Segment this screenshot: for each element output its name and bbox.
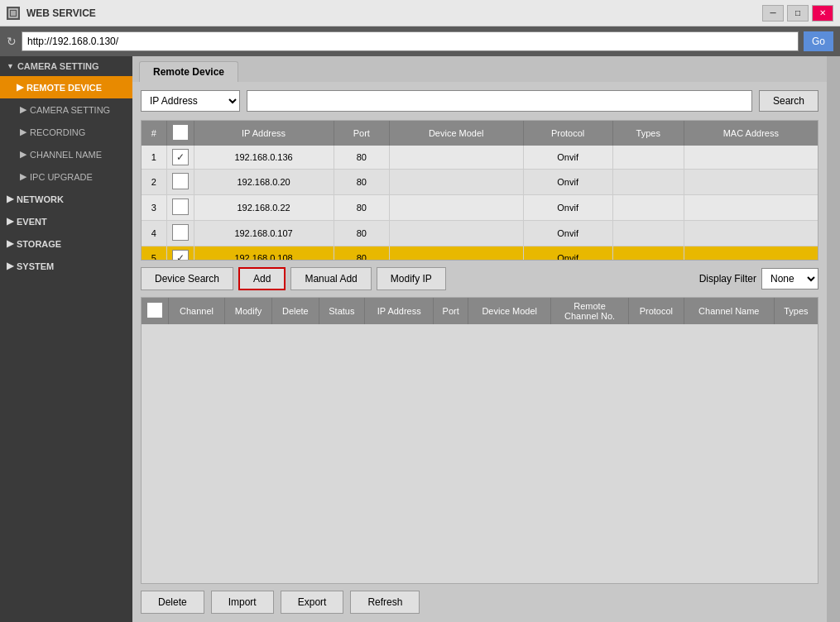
- cell-types: [612, 170, 684, 195]
- bottom-bar: Delete Import Export Refresh: [141, 591, 818, 614]
- cell-port: 80: [334, 246, 389, 261]
- address-input[interactable]: [22, 31, 799, 51]
- minimize-button[interactable]: ─: [762, 5, 784, 22]
- cell-mac: [684, 146, 818, 170]
- app-icon: [7, 7, 20, 20]
- cell-ip: 192.168.0.108: [194, 246, 334, 261]
- cell-mac: [684, 170, 818, 195]
- sidebar-group-storage[interactable]: ▶ STORAGE: [0, 232, 132, 255]
- device-table-body: 1 192.168.0.136 80 Onvif 2 192.168.0.20 …: [142, 146, 818, 261]
- cell-check[interactable]: [166, 195, 194, 221]
- col-port: Port: [334, 121, 389, 146]
- table-row[interactable]: 2 192.168.0.20 80 Onvif: [142, 170, 818, 195]
- channel-table-wrap: Channel Modify Delete Status IP Address …: [141, 297, 818, 584]
- cell-check[interactable]: [166, 221, 194, 246]
- refresh-icon[interactable]: ↻: [7, 35, 17, 48]
- sidebar-arrow-channel: ▶: [20, 149, 26, 160]
- sidebar-group-network[interactable]: ▶ NETWORK: [0, 188, 132, 210]
- cell-check[interactable]: [166, 246, 194, 261]
- sidebar-arrow-camera: ▶: [20, 104, 26, 115]
- sidebar-arrow-network: ▶: [7, 194, 13, 204]
- sidebar-section-header: ▼ CAMERA SETTING: [0, 56, 132, 76]
- cell-types: [612, 146, 684, 170]
- ch-col-protocol: Protocol: [628, 298, 684, 324]
- ch-col-types: Types: [774, 298, 818, 324]
- export-button[interactable]: Export: [281, 591, 344, 614]
- panel: IP Address Device Model MAC Address Sear…: [132, 82, 827, 622]
- filter-select[interactable]: IP Address Device Model MAC Address: [141, 90, 240, 112]
- main-layout: ▼ CAMERA SETTING ▶ REMOTE DEVICE ▶ CAMER…: [0, 56, 840, 622]
- cell-num: 3: [142, 195, 166, 221]
- tab-remote-device[interactable]: Remote Device: [139, 61, 238, 82]
- import-button[interactable]: Import: [211, 591, 274, 614]
- sidebar-arrow-ipc: ▶: [20, 171, 26, 182]
- col-types: Types: [612, 121, 684, 146]
- ch-col-name: Channel Name: [684, 298, 774, 324]
- sidebar-item-channel-name[interactable]: ▶ CHANNEL NAME: [0, 143, 132, 165]
- manual-add-button[interactable]: Manual Add: [290, 267, 371, 290]
- sidebar-item-recording[interactable]: ▶ RECORDING: [0, 121, 132, 143]
- cell-port: 80: [334, 195, 389, 221]
- restore-button[interactable]: □: [787, 5, 809, 22]
- sidebar-group-event[interactable]: ▶ EVENT: [0, 210, 132, 232]
- row-checkbox[interactable]: [172, 173, 189, 189]
- sidebar-arrow-recording: ▶: [20, 127, 26, 137]
- content-area: Remote Device IP Address Device Model MA…: [132, 56, 827, 622]
- right-scrollbar[interactable]: [827, 56, 840, 622]
- sidebar-group-system[interactable]: ▶ SYSTEM: [0, 255, 132, 277]
- cell-protocol: Onvif: [523, 221, 612, 246]
- display-filter-label: Display Filter: [699, 273, 756, 285]
- sidebar: ▼ CAMERA SETTING ▶ REMOTE DEVICE ▶ CAMER…: [0, 56, 132, 622]
- sidebar-label-camera: CAMERA SETTING: [30, 105, 110, 115]
- delete-button[interactable]: Delete: [141, 591, 204, 614]
- cell-protocol: Onvif: [523, 195, 612, 221]
- cell-model: [389, 170, 523, 195]
- add-button[interactable]: Add: [238, 267, 286, 290]
- cell-model: [389, 195, 523, 221]
- svg-rect-1: [11, 11, 16, 16]
- ch-col-ip: IP Address: [365, 298, 434, 324]
- cell-check[interactable]: [166, 146, 194, 170]
- cell-num: 4: [142, 221, 166, 246]
- go-button[interactable]: Go: [804, 31, 833, 51]
- row-checkbox[interactable]: [172, 149, 189, 165]
- col-protocol: Protocol: [523, 121, 612, 146]
- modify-ip-button[interactable]: Modify IP: [377, 267, 446, 290]
- channel-select-all[interactable]: [146, 302, 163, 318]
- search-button[interactable]: Search: [759, 90, 818, 112]
- app-title: WEB SERVICE: [26, 7, 762, 19]
- col-num: #: [142, 121, 166, 146]
- table-row[interactable]: 5 192.168.0.108 80 Onvif: [142, 246, 818, 261]
- section-arrow: ▼: [7, 62, 14, 70]
- row-checkbox[interactable]: [172, 224, 189, 241]
- filter-input[interactable]: [247, 90, 752, 112]
- col-ip: IP Address: [194, 121, 334, 146]
- channel-table-header: Channel Modify Delete Status IP Address …: [142, 298, 818, 324]
- col-check: [166, 121, 194, 146]
- sidebar-item-ipc-upgrade[interactable]: ▶ IPC UPGRADE: [0, 165, 132, 188]
- sidebar-item-camera-setting[interactable]: ▶ CAMERA SETTING: [0, 98, 132, 121]
- table-row[interactable]: 3 192.168.0.22 80 Onvif: [142, 195, 818, 221]
- cell-ip: 192.168.0.136: [194, 146, 334, 170]
- address-bar: ↻ Go: [0, 26, 840, 56]
- refresh-button[interactable]: Refresh: [350, 591, 420, 614]
- cell-protocol: Onvif: [523, 170, 612, 195]
- table-row[interactable]: 1 192.168.0.136 80 Onvif: [142, 146, 818, 170]
- display-filter-select[interactable]: None All Online Offline: [761, 268, 818, 289]
- cell-types: [612, 246, 684, 261]
- cell-mac: [684, 246, 818, 261]
- device-search-button[interactable]: Device Search: [141, 267, 233, 290]
- table-row[interactable]: 4 192.168.0.107 80 Onvif: [142, 221, 818, 246]
- sidebar-item-remote-device[interactable]: ▶ REMOTE DEVICE: [0, 76, 132, 98]
- cell-mac: [684, 221, 818, 246]
- ch-col-remote: RemoteChannel No.: [551, 298, 628, 324]
- ch-col-status: Status: [319, 298, 365, 324]
- close-button[interactable]: ✕: [812, 5, 833, 22]
- row-checkbox[interactable]: [172, 250, 189, 261]
- row-checkbox[interactable]: [172, 199, 189, 215]
- cell-mac: [684, 195, 818, 221]
- cell-check[interactable]: [166, 170, 194, 195]
- cell-protocol: Onvif: [523, 146, 612, 170]
- select-all-checkbox[interactable]: [172, 124, 189, 141]
- filter-bar: IP Address Device Model MAC Address Sear…: [141, 90, 818, 112]
